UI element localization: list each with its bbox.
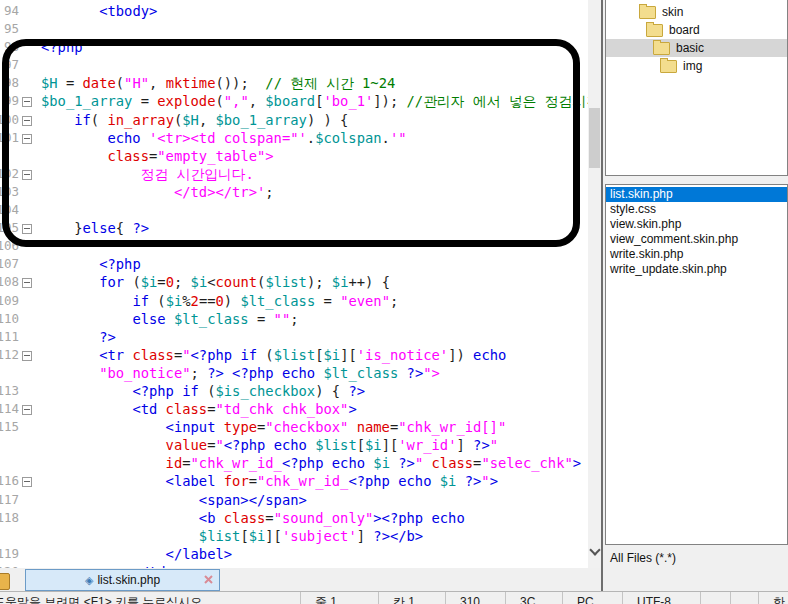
line-number: 111 — [0, 328, 19, 346]
tab-close-icon[interactable] — [204, 575, 213, 584]
code-editor[interactable]: 94 <tbody>9596<?php9798$H = date("H", mk… — [0, 0, 588, 568]
code-line[interactable]: value="<?php echo $list[$i]['wr_id'] ?>" — [0, 436, 588, 454]
fold-column — [19, 2, 34, 20]
fold-marker[interactable] — [19, 346, 34, 364]
file-item-view_comment.skin.php[interactable]: view_comment.skin.php — [606, 232, 787, 247]
fold-column — [19, 527, 34, 545]
fold-column — [19, 255, 34, 273]
code-text: for ($i=0; $i<count($list); $i++) { — [34, 273, 390, 291]
code-line[interactable]: 98$H = date("H", mktime()); // 현제 시간 1~2… — [0, 74, 588, 92]
fold-column — [19, 20, 34, 38]
tree-item-img[interactable]: img — [606, 57, 787, 75]
code-line[interactable]: 95 — [0, 20, 588, 38]
code-line[interactable]: 96<?php — [0, 38, 588, 56]
code-line[interactable]: "bo_notice"; ?> <?php echo $lt_class ?>"… — [0, 364, 588, 382]
code-text: 정검 시간입니다. — [34, 165, 254, 183]
code-line[interactable]: 108 for ($i=0; $i<count($list); $i++) { — [0, 273, 588, 291]
code-line[interactable]: 103 </td></tr>'; — [0, 183, 588, 201]
fold-column — [19, 201, 34, 219]
code-line[interactable]: 100 if( in_array($H, $bo_1_array) ) { — [0, 111, 588, 129]
line-number: 103 — [0, 183, 19, 201]
line-number — [0, 147, 19, 165]
code-line[interactable]: 104 — [0, 201, 588, 219]
tree-item-label: basic — [676, 41, 704, 55]
tab-list-skin-php[interactable]: ◈ list.skin.php — [25, 569, 220, 591]
code-text: <b class="sound_only"><?php echo — [34, 509, 465, 527]
file-item-style.css[interactable]: style.css — [606, 202, 787, 217]
tree-item-basic[interactable]: basic — [606, 39, 787, 57]
line-number — [0, 364, 19, 382]
file-item-view.skin.php[interactable]: view.skin.php — [606, 217, 787, 232]
fold-marker[interactable] — [19, 472, 34, 490]
fold-marker[interactable] — [19, 165, 34, 183]
code-text — [34, 201, 41, 219]
fold-minus-icon — [22, 351, 32, 361]
tree-item-board[interactable]: board — [606, 21, 787, 39]
code-line[interactable]: 118 <b class="sound_only"><?php echo — [0, 509, 588, 527]
code-line[interactable]: 111 ?> — [0, 328, 588, 346]
code-line[interactable]: 99$bo_1_array = explode(",", $board['bo_… — [0, 92, 588, 110]
code-line[interactable]: 116 <label for="chk_wr_id_<?php echo $i … — [0, 472, 588, 490]
code-line[interactable]: 117 <span></span> — [0, 491, 588, 509]
code-line[interactable]: 119 </label> — [0, 545, 588, 563]
file-item-write_update.skin.php[interactable]: write_update.skin.php — [606, 262, 787, 277]
status-cell-한: 한 — [758, 592, 788, 604]
code-line[interactable]: 94 <tbody> — [0, 2, 588, 20]
fold-marker[interactable] — [19, 92, 34, 110]
line-number: 104 — [0, 201, 19, 219]
code-line[interactable]: 115 <input type="checkbox" name="chk_wr_… — [0, 418, 588, 436]
scrollbar-thumb[interactable] — [589, 108, 600, 168]
fold-marker[interactable] — [19, 400, 34, 418]
fold-marker[interactable] — [19, 219, 34, 237]
line-number: 94 — [0, 2, 19, 20]
code-line[interactable]: class="empty_table"> — [0, 147, 588, 165]
code-lines: 94 <tbody>9596<?php9798$H = date("H", mk… — [0, 0, 588, 568]
code-text: <label for="chk_wr_id_<?php echo $i ?>"> — [34, 472, 498, 490]
code-text: <input type="checkbox" name="chk_wr_id[]… — [34, 418, 506, 436]
code-line[interactable]: id="chk_wr_id_<?php echo $i ?>" class="s… — [0, 454, 588, 472]
code-text: $H = date("H", mktime()); // 현제 시간 1~24 — [34, 74, 395, 92]
code-line[interactable]: 106 — [0, 237, 588, 255]
directory-panel: skinboardbasicimg list.skin.phpstyle.css… — [601, 0, 788, 591]
code-line[interactable]: 113 <?php if ($is_checkbox) { ?> — [0, 382, 588, 400]
fold-column — [19, 310, 34, 328]
file-item-write.skin.php[interactable]: write.skin.php — [606, 247, 787, 262]
status-cells: 줄 1칸 13103CPCUTF-8한 — [300, 592, 788, 604]
code-line[interactable]: 107 <?php — [0, 255, 588, 273]
code-text: </td></tr>'; — [34, 183, 274, 201]
line-number: 112 — [0, 346, 19, 364]
code-line[interactable]: 102 정검 시간입니다. — [0, 165, 588, 183]
chevron-down-icon — [589, 544, 600, 555]
code-line[interactable]: 110 else $lt_class = ""; — [0, 310, 588, 328]
editor-vertical-scrollbar[interactable] — [588, 0, 601, 568]
fold-column — [19, 328, 34, 346]
folder-tree[interactable]: skinboardbasicimg — [605, 0, 788, 176]
fold-marker[interactable] — [19, 111, 34, 129]
line-number: 100 — [0, 111, 19, 129]
code-line[interactable]: 97 — [0, 56, 588, 74]
code-line[interactable]: 109 if ($i%2==0) $lt_class = "even"; — [0, 292, 588, 310]
line-number: 95 — [0, 20, 19, 38]
fold-marker[interactable] — [19, 273, 34, 291]
fold-column — [19, 436, 34, 454]
document-tab-bar: ◈ list.skin.php — [0, 568, 601, 591]
fold-column — [19, 56, 34, 74]
file-filter-dropdown[interactable]: All Files (*.*) — [605, 548, 788, 568]
tree-item-skin[interactable]: skin — [606, 3, 787, 21]
fold-column — [19, 183, 34, 201]
fold-marker[interactable] — [19, 129, 34, 147]
code-line[interactable]: 114 <td class="td_chk chk_box"> — [0, 400, 588, 418]
line-number: 97 — [0, 56, 19, 74]
code-line[interactable]: 101 echo '<tr><td colspan="'.$colspan.'" — [0, 129, 588, 147]
code-line[interactable]: 112 <tr class="<?php if ($list[$i]['is_n… — [0, 346, 588, 364]
scrollbar-down-button[interactable] — [588, 543, 601, 559]
status-help-text: 도움말을 보려면 <F1> 키를 누르십시오 — [0, 592, 300, 604]
file-item-list.skin.php[interactable]: list.skin.php — [606, 187, 787, 202]
code-line[interactable]: $list[$i]['subject'] ?></b> — [0, 527, 588, 545]
file-list[interactable]: list.skin.phpstyle.cssview.skin.phpview_… — [605, 184, 788, 545]
status-cell-3C: 3C — [505, 592, 562, 604]
open-folder-icon — [653, 42, 670, 55]
status-bar: 도움말을 보려면 <F1> 키를 누르십시오 줄 1칸 13103CPCUTF-… — [0, 591, 788, 604]
code-line[interactable]: 105 }else{ ?> — [0, 219, 588, 237]
fold-column — [19, 545, 34, 563]
